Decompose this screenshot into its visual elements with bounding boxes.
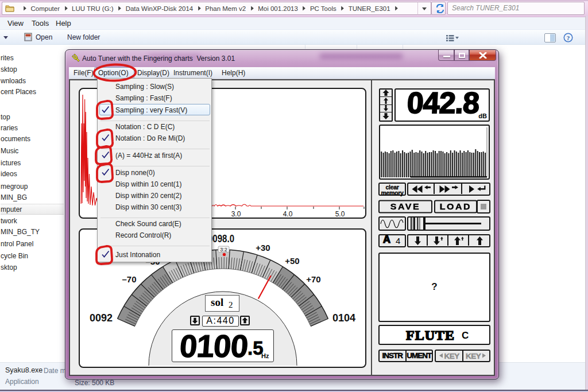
svg-text:3:2: 3:2 — [220, 247, 227, 253]
svg-text:+70: +70 — [306, 274, 320, 284]
svg-text:+30: +30 — [256, 243, 270, 253]
svg-text:0104: 0104 — [332, 312, 355, 324]
svg-text:4.0: 4.0 — [283, 210, 293, 218]
svg-text:–70: –70 — [122, 274, 136, 284]
svg-text:+50: +50 — [285, 256, 299, 266]
svg-text:?: ? — [567, 34, 570, 41]
svg-text:3.0: 3.0 — [231, 210, 241, 218]
svg-text:0092: 0092 — [90, 312, 113, 324]
svg-text:5.0: 5.0 — [335, 210, 345, 218]
